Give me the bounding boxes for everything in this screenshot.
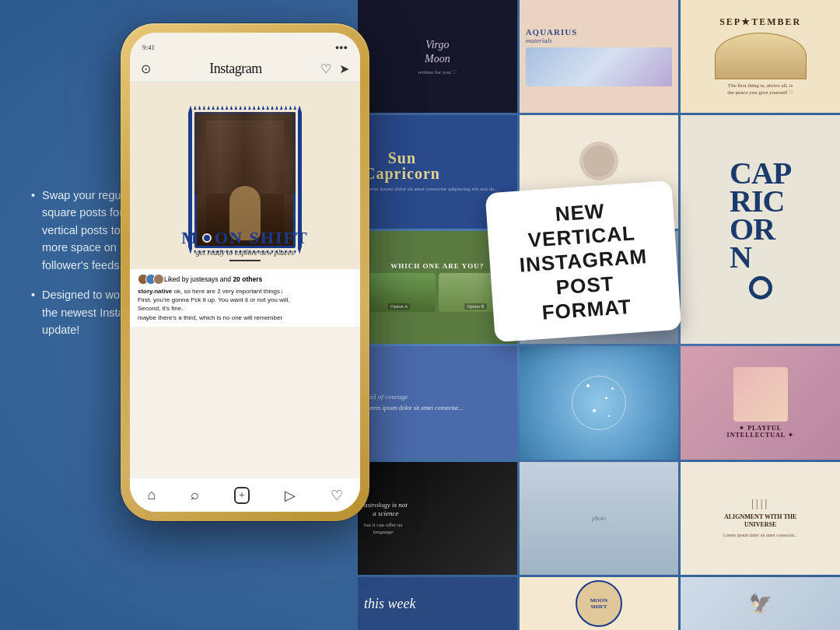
liked-section: Liked by justesays and 20 others xyxy=(138,274,352,285)
moon-shift-subtitle: get ready to explore new places xyxy=(130,248,360,257)
format-label-text: NEW VERTICAL INSTAGRAM POST FORMAT xyxy=(508,196,659,327)
card-constellation xyxy=(520,346,679,459)
card-virgo-moon: VirgoMoon written for you ♡ xyxy=(358,0,517,113)
phone-screen: 9:41 ●●● ⊙ Instagram ♡ ➤ xyxy=(130,33,360,512)
reels-icon[interactable]: ▷ xyxy=(285,487,296,504)
card-alignment: |||| ALIGNMENT WITH THEUNIVERSE Lorem ip… xyxy=(681,462,840,575)
heart-nav-icon[interactable]: ♡ xyxy=(331,487,343,504)
card-astrology-text: astrology is nota science but it can off… xyxy=(358,462,517,575)
card-september: SEP★TEMBER The first thing is, above all… xyxy=(681,0,840,113)
phone-frame: 9:41 ●●● ⊙ Instagram ♡ ➤ xyxy=(121,23,369,521)
instagram-logo: Instagram xyxy=(209,61,261,77)
moon-shift-heading: MON SHIFT xyxy=(130,228,360,248)
card-moon-shift-2: MOONSHIFT xyxy=(520,577,679,630)
home-icon[interactable]: ⌂ xyxy=(147,487,156,503)
camera-icon[interactable]: ⊙ xyxy=(141,61,151,76)
post-caption: story.native ok, so here are 2 very impo… xyxy=(138,287,352,322)
new-format-label: NEW VERTICAL INSTAGRAM POST FORMAT xyxy=(485,180,682,342)
post-image-area: MON SHIFT get ready to explore new place… xyxy=(130,82,360,269)
phone-mockup: 9:41 ●●● ⊙ Instagram ♡ ➤ xyxy=(121,23,369,521)
post-meta: Liked by justesays and 20 others story.n… xyxy=(130,269,360,327)
instagram-header: ⊙ Instagram ♡ ➤ xyxy=(130,56,360,82)
caption-line3: Second, it's fine. xyxy=(138,305,183,312)
card-this-week: this week xyxy=(358,577,517,630)
send-icon[interactable]: ➤ xyxy=(339,61,349,76)
separator xyxy=(229,260,261,261)
card-capricorn-vertical: CAPRICORN xyxy=(681,115,840,344)
avatar-group xyxy=(138,274,161,285)
post-title: MON SHIFT get ready to explore new place… xyxy=(130,228,360,264)
caption-line1: ok, so here are 2 very important things↓ xyxy=(174,288,284,295)
card-capricorn-2: trail of courage Lorem ipsum dolor sit a… xyxy=(358,346,517,459)
heart-icon[interactable]: ♡ xyxy=(320,61,331,76)
avatar-3 xyxy=(153,274,164,285)
caption-line4: maybe there's a third, which is no one w… xyxy=(138,314,282,321)
card-woman-nature: photo xyxy=(520,462,679,575)
add-icon[interactable]: + xyxy=(234,487,250,504)
phone-status-bar: 9:41 ●●● xyxy=(130,33,360,56)
liked-text: Liked by justesays and 20 others xyxy=(164,275,262,283)
card-playful: ✦ PLAYFULINTELLECTUAL ✦ xyxy=(681,346,840,459)
search-icon[interactable]: ⌕ xyxy=(191,487,199,503)
caption-username: story.native xyxy=(138,288,172,295)
card-bird: 🦅 xyxy=(681,577,840,630)
card-aquarius: AQUARIUS materials xyxy=(520,0,679,113)
caption-line2: First, you're gonna f*ck it up. You want… xyxy=(138,296,289,303)
phone-bottom-nav: ⌂ ⌕ + ▷ ♡ xyxy=(130,478,360,512)
